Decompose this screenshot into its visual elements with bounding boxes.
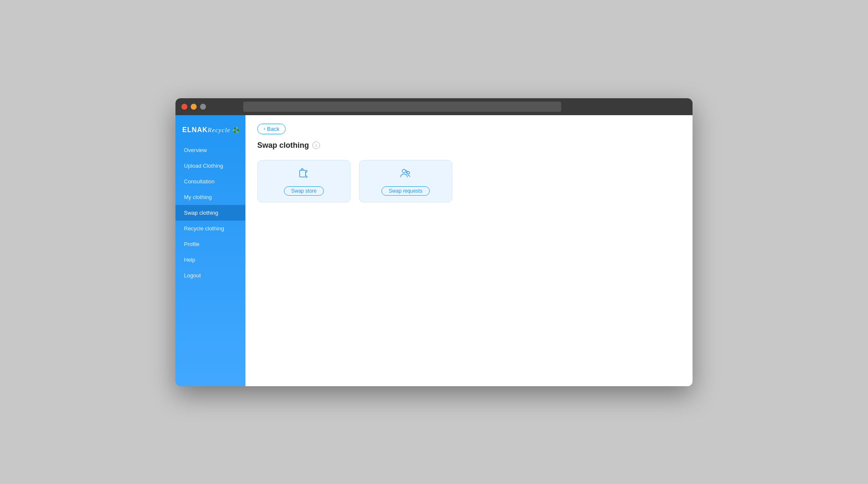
sidebar-item-my-clothing[interactable]: My clothing bbox=[175, 189, 245, 205]
swap-requests-icon bbox=[399, 167, 412, 182]
back-label: Back bbox=[267, 126, 279, 132]
sidebar-item-profile[interactable]: Profile bbox=[175, 236, 245, 252]
back-button[interactable]: ‹ Back bbox=[257, 124, 286, 134]
page-title: Swap clothing bbox=[257, 141, 309, 150]
main-content: ‹ Back Swap clothing i bbox=[245, 115, 693, 386]
sidebar-item-recycle-clothing[interactable]: Recycle clothing bbox=[175, 221, 245, 236]
app-body: ELNAKRecycle ♻️ Overview Upload Clothing… bbox=[175, 115, 693, 386]
app-window: ELNAKRecycle ♻️ Overview Upload Clothing… bbox=[175, 98, 693, 386]
swap-store-button[interactable]: Swap store bbox=[284, 186, 324, 196]
logo-script-text: Recycle bbox=[208, 127, 231, 133]
swap-requests-card[interactable]: Swap requests bbox=[359, 160, 452, 202]
logo-brand: ELNAKRecycle bbox=[182, 126, 231, 134]
sidebar-item-logout[interactable]: Logout bbox=[175, 268, 245, 283]
recycle-icon: ♻️ bbox=[232, 127, 239, 133]
svg-point-1 bbox=[402, 169, 406, 173]
svg-rect-0 bbox=[300, 170, 306, 177]
sidebar-item-swap-clothing[interactable]: Swap clothing bbox=[175, 205, 245, 221]
back-arrow-icon: ‹ bbox=[264, 126, 265, 132]
sidebar-item-consultation[interactable]: Consultation bbox=[175, 174, 245, 189]
close-window-button[interactable] bbox=[181, 104, 187, 110]
swap-requests-button[interactable]: Swap requests bbox=[381, 186, 429, 196]
sidebar-item-upload-clothing[interactable]: Upload Clothing bbox=[175, 158, 245, 174]
logo-brand-text: ELNAK bbox=[182, 126, 208, 133]
maximize-window-button[interactable] bbox=[200, 104, 206, 110]
swap-store-card[interactable]: Swap store bbox=[257, 160, 351, 202]
sidebar-item-help[interactable]: Help bbox=[175, 252, 245, 268]
sidebar-item-overview[interactable]: Overview bbox=[175, 142, 245, 158]
logo-area: ELNAKRecycle ♻️ bbox=[175, 122, 245, 142]
cards-row: Swap store Swap requests bbox=[257, 160, 681, 202]
minimize-window-button[interactable] bbox=[191, 104, 197, 110]
page-title-row: Swap clothing i bbox=[257, 141, 681, 150]
sidebar: ELNAKRecycle ♻️ Overview Upload Clothing… bbox=[175, 115, 245, 386]
swap-store-icon bbox=[297, 167, 311, 182]
info-icon: i bbox=[312, 141, 320, 149]
titlebar bbox=[175, 98, 693, 115]
address-bar[interactable] bbox=[243, 102, 561, 112]
